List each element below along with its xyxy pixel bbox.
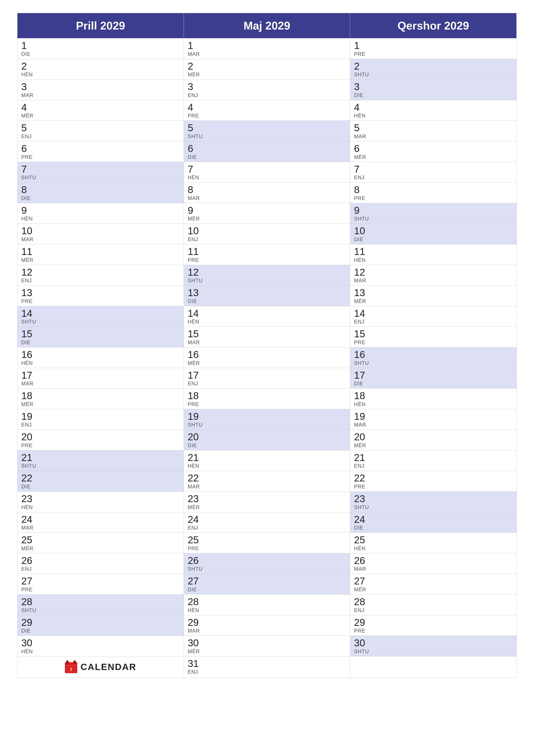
day-cell: 22PRE xyxy=(350,471,517,491)
day-cell: 16SHTU xyxy=(350,347,517,368)
day-cell: 25HËN xyxy=(350,532,517,553)
day-cell: 12ENJ xyxy=(17,265,184,285)
day-cell: 14ENJ xyxy=(350,306,517,327)
day-label: PRE xyxy=(354,484,513,490)
svg-rect-12 xyxy=(66,661,68,664)
day-cell: 17MAR xyxy=(17,368,184,389)
day-cell: 24DIE xyxy=(350,512,517,533)
day-label: SHTU xyxy=(21,463,180,469)
day-number: 27 xyxy=(21,576,180,587)
day-number: 16 xyxy=(354,349,513,360)
day-label: DIE xyxy=(188,443,346,448)
day-label: HËN xyxy=(21,504,180,510)
day-cell: 18HËN xyxy=(350,388,517,409)
day-number: 27 xyxy=(188,576,346,587)
day-label: DIE xyxy=(21,628,180,634)
day-number: 19 xyxy=(354,411,513,422)
day-number: 11 xyxy=(21,246,180,257)
month-header: Maj 2029 xyxy=(184,13,350,38)
day-number: 1 xyxy=(354,40,513,51)
day-label: HËN xyxy=(21,216,180,222)
day-label: MËR xyxy=(188,504,346,510)
day-number: 5 xyxy=(21,122,180,133)
day-number: 11 xyxy=(354,246,513,257)
day-number: 8 xyxy=(354,184,513,195)
day-number: 10 xyxy=(21,226,180,236)
day-number: 8 xyxy=(21,184,180,195)
day-cell: 26SHTU xyxy=(184,553,350,574)
empty-cell xyxy=(350,656,517,678)
day-number: 14 xyxy=(354,308,513,319)
day-label: PRE xyxy=(21,443,180,448)
day-cell: 17DIE xyxy=(350,368,517,389)
day-number: 2 xyxy=(21,61,180,72)
day-cell: 21HËN xyxy=(184,450,350,471)
day-label: DIE xyxy=(354,381,513,387)
day-label: HËN xyxy=(354,546,513,552)
day-cell: 29DIE xyxy=(17,615,184,636)
day-number: 12 xyxy=(354,267,513,278)
day-cell: 7ENJ xyxy=(350,162,517,182)
day-number: 8 xyxy=(188,184,346,195)
day-label: MAR xyxy=(188,484,346,490)
day-label: DIE xyxy=(188,298,346,304)
day-label: SHTU xyxy=(354,216,513,222)
day-cell: 13PRE xyxy=(17,285,184,306)
day-number: 22 xyxy=(21,472,180,484)
day-cell: 2MËR xyxy=(184,59,350,80)
day-label: HËN xyxy=(354,257,513,263)
day-number: 6 xyxy=(188,143,346,154)
day-number: 22 xyxy=(188,472,346,484)
day-number: 28 xyxy=(188,596,346,607)
day-number: 31 xyxy=(188,658,346,669)
day-cell: 1MAR xyxy=(184,38,350,59)
day-label: MËR xyxy=(188,216,346,222)
day-cell: 7HËN xyxy=(184,162,350,182)
day-number: 25 xyxy=(188,534,346,546)
day-label: PRE xyxy=(188,257,346,263)
day-label: SHTU xyxy=(21,607,180,613)
day-number: 29 xyxy=(354,617,513,628)
day-number: 7 xyxy=(188,164,346,175)
day-number: 21 xyxy=(188,452,346,463)
day-label: MAR xyxy=(354,278,513,284)
day-number: 9 xyxy=(21,205,180,216)
day-cell: 20DIE xyxy=(184,429,350,450)
day-number: 13 xyxy=(188,287,346,298)
day-cell: 2HËN xyxy=(17,59,184,80)
day-number: 21 xyxy=(354,452,513,463)
day-cell: 23HËN xyxy=(17,491,184,512)
day-label: ENJ xyxy=(354,463,513,469)
day-number: 12 xyxy=(188,267,346,278)
day-label: ENJ xyxy=(188,92,346,98)
day-label: MËR xyxy=(354,298,513,304)
day-label: DIE xyxy=(21,339,180,345)
day-number: 14 xyxy=(21,308,180,319)
day-number: 24 xyxy=(21,514,180,525)
calendar-icon: 7 xyxy=(64,661,78,673)
day-label: MAR xyxy=(21,92,180,98)
day-cell: 4HËN xyxy=(350,100,517,121)
day-number: 9 xyxy=(354,205,513,216)
footer-logo: 7 CALENDAR xyxy=(64,661,137,673)
day-number: 18 xyxy=(188,390,346,401)
day-label: SHTU xyxy=(21,319,180,325)
day-cell: 8PRE xyxy=(350,182,517,203)
day-label: MËR xyxy=(21,401,180,407)
day-number: 17 xyxy=(188,370,346,381)
day-number: 13 xyxy=(354,287,513,298)
day-label: MAR xyxy=(21,525,180,531)
day-cell: 4PRE xyxy=(184,100,350,121)
day-cell: 6MËR xyxy=(350,141,517,162)
day-cell: 2SHTU xyxy=(350,59,517,80)
day-label: DIE xyxy=(21,51,180,57)
day-cell: 15DIE xyxy=(17,327,184,347)
day-label: ENJ xyxy=(354,175,513,180)
day-label: PRE xyxy=(354,339,513,345)
day-cell: 29PRE xyxy=(350,615,517,636)
day-label: PRE xyxy=(188,113,346,119)
month-header: Prill 2029 xyxy=(17,13,184,38)
day-label: MAR xyxy=(188,51,346,57)
day-cell: 30SHTU xyxy=(350,635,517,656)
day-label: DIE xyxy=(354,236,513,242)
